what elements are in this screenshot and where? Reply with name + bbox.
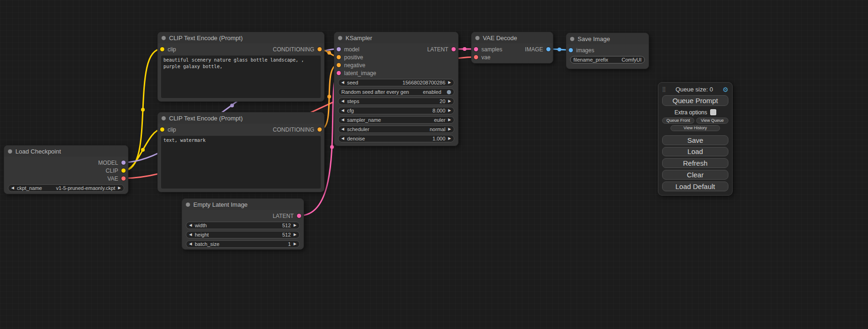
load-default-button[interactable]: Load Default [662, 182, 728, 191]
node-clip-text-encode-negative[interactable]: CLIP Text Encode (Prompt) clip CONDITION… [157, 112, 325, 192]
settings-gear-icon[interactable]: ⚙ [722, 86, 728, 93]
increment-arrow-icon[interactable]: ▶ [448, 109, 451, 112]
widget-value: enabled [423, 89, 441, 95]
increment-arrow-icon[interactable]: ▶ [448, 118, 451, 122]
increment-arrow-icon[interactable]: ▶ [448, 137, 451, 140]
vae-input-port[interactable] [474, 55, 478, 59]
increment-arrow-icon[interactable]: ▶ [448, 127, 451, 131]
node-ksampler[interactable]: KSampler model LATENT positive negative … [334, 32, 459, 146]
collapse-dot-icon[interactable] [338, 36, 342, 40]
refresh-button[interactable]: Refresh [662, 158, 728, 168]
decrement-arrow-icon[interactable]: ◀ [189, 242, 192, 246]
collapse-dot-icon[interactable] [162, 36, 166, 40]
increment-arrow-icon[interactable]: ▶ [448, 81, 451, 84]
decrement-arrow-icon[interactable]: ◀ [189, 224, 192, 227]
node-save-image[interactable]: Save Image images filename_prefix ComfyU… [566, 33, 649, 69]
model-input-port[interactable] [337, 47, 341, 51]
conditioning-output-label: CONDITIONING [273, 46, 314, 53]
node-title-bar[interactable]: Empty Latent Image [182, 199, 303, 210]
widget-value: normal [430, 126, 445, 132]
ckpt-name-widget[interactable]: ◀ ckpt_name v1-5-pruned-emaonly.ckpt ▶ [8, 184, 124, 192]
decrement-arrow-icon[interactable]: ◀ [341, 99, 344, 103]
negative-prompt-textarea[interactable]: text, watermark [161, 136, 321, 189]
model-output-port[interactable] [121, 161, 126, 165]
node-title-bar[interactable]: CLIP Text Encode (Prompt) [158, 32, 324, 43]
positive-prompt-textarea[interactable]: beautiful scenery nature glass bottle la… [161, 56, 321, 98]
clear-button[interactable]: Clear [662, 170, 728, 180]
node-load-checkpoint[interactable]: Load Checkpoint MODEL CLIP VAE ◀ ckpt_na… [4, 145, 128, 194]
extra-options-checkbox[interactable] [710, 109, 716, 115]
samples-input-port[interactable] [474, 47, 478, 51]
collapse-dot-icon[interactable] [186, 203, 190, 207]
decrement-arrow-icon[interactable]: ◀ [341, 127, 344, 131]
steps-widget[interactable]: ◀ steps 20 ▶ [338, 98, 454, 105]
collapse-dot-icon[interactable] [162, 116, 166, 120]
height-widget[interactable]: ◀ height 512 ▶ [186, 231, 300, 238]
clip-output-label: CLIP [106, 168, 118, 174]
decrement-arrow-icon[interactable]: ◀ [341, 137, 344, 140]
increment-arrow-icon[interactable]: ▶ [294, 224, 296, 227]
vae-output-port[interactable] [121, 176, 126, 181]
queue-front-button[interactable]: Queue Front [662, 118, 694, 124]
view-queue-button[interactable]: View Queue [696, 118, 728, 124]
collapse-dot-icon[interactable] [570, 37, 574, 41]
increment-arrow-icon[interactable]: ▶ [294, 242, 296, 246]
drag-handle-icon[interactable]: ⣿ [662, 86, 666, 92]
decrement-arrow-icon[interactable]: ◀ [189, 233, 192, 237]
image-output-port[interactable] [546, 47, 550, 51]
node-title-bar[interactable]: VAE Decode [472, 32, 553, 43]
clip-output-port[interactable] [121, 168, 126, 173]
link-midpoint-dot [141, 108, 145, 112]
node-title-bar[interactable]: KSampler [334, 32, 458, 43]
node-vae-decode[interactable]: VAE Decode samples IMAGE vae [471, 32, 553, 63]
random-seed-toggle-widget[interactable]: Random seed after every gen enabled [338, 88, 454, 96]
node-title-bar[interactable]: CLIP Text Encode (Prompt) [158, 112, 324, 124]
positive-input-port[interactable] [337, 55, 341, 59]
widget-name: ckpt_name [17, 185, 42, 191]
increment-arrow-icon[interactable]: ▶ [118, 186, 121, 190]
increment-arrow-icon[interactable]: ▶ [294, 233, 296, 237]
latent-image-input-port[interactable] [337, 71, 341, 75]
filename-prefix-widget[interactable]: filename_prefix ComfyUI [570, 56, 645, 63]
node-empty-latent-image[interactable]: Empty Latent Image LATENT ◀ width 512 ▶ … [182, 198, 304, 250]
increment-arrow-icon[interactable]: ▶ [448, 99, 451, 103]
node-title: KSampler [346, 35, 372, 42]
cfg-widget[interactable]: ◀ cfg 8.000 ▶ [338, 107, 454, 114]
decrement-arrow-icon[interactable]: ◀ [341, 118, 344, 122]
collapse-dot-icon[interactable] [475, 36, 480, 40]
queue-buttons-row: Queue Front View Queue [662, 118, 728, 124]
load-button[interactable]: Load [662, 147, 728, 157]
scheduler-widget[interactable]: ◀ scheduler normal ▶ [338, 126, 454, 133]
decrement-arrow-icon[interactable]: ◀ [341, 109, 344, 112]
queue-prompt-button[interactable]: Queue Prompt [662, 95, 728, 106]
port-row: positive [334, 53, 458, 61]
negative-input-port[interactable] [337, 63, 341, 67]
node-title-bar[interactable]: Save Image [566, 33, 649, 44]
decrement-arrow-icon[interactable]: ◀ [11, 186, 14, 190]
extra-options-row: Extra options [662, 109, 728, 116]
save-button[interactable]: Save [662, 135, 728, 145]
conditioning-output-port[interactable] [318, 127, 322, 132]
seed-widget[interactable]: ◀ seed 156680208700286 ▶ [338, 79, 454, 86]
node-title: VAE Decode [483, 35, 517, 42]
node-clip-text-encode-positive[interactable]: CLIP Text Encode (Prompt) clip CONDITION… [157, 32, 325, 102]
sampler-name-widget[interactable]: ◀ sampler_name euler ▶ [338, 116, 454, 124]
denoise-widget[interactable]: ◀ denoise 1.000 ▶ [338, 135, 454, 142]
clip-input-port[interactable] [160, 47, 164, 51]
node-graph-canvas[interactable]: Load Checkpoint MODEL CLIP VAE ◀ ckpt_na… [0, 0, 868, 329]
decrement-arrow-icon[interactable]: ◀ [341, 81, 344, 84]
image-output-label: IMAGE [525, 46, 543, 53]
node-title-bar[interactable]: Load Checkpoint [4, 146, 128, 157]
latent-output-port[interactable] [452, 47, 456, 51]
widget-value: 20 [440, 98, 445, 104]
collapse-dot-icon[interactable] [8, 149, 12, 154]
batch-size-widget[interactable]: ◀ batch_size 1 ▶ [186, 240, 300, 248]
view-history-button[interactable]: View History [670, 125, 720, 131]
toggle-on-indicator[interactable] [447, 90, 451, 94]
latent-output-port[interactable] [297, 214, 301, 218]
widget-value: v1-5-pruned-emaonly.ckpt [56, 185, 115, 191]
conditioning-output-port[interactable] [318, 47, 322, 51]
clip-input-port[interactable] [160, 127, 164, 132]
images-input-port[interactable] [569, 48, 573, 52]
width-widget[interactable]: ◀ width 512 ▶ [186, 222, 300, 229]
